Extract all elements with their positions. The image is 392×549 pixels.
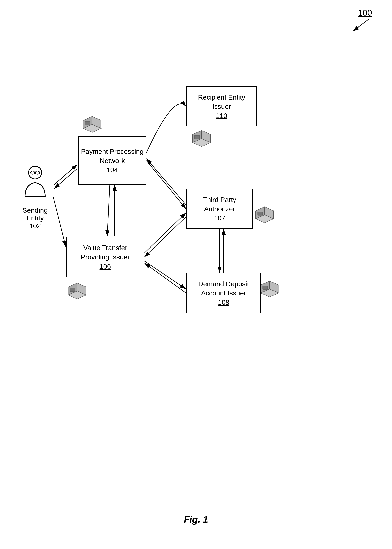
svg-line-9 (146, 159, 186, 205)
tpa-server-icon (252, 203, 278, 228)
svg-line-16 (144, 261, 186, 289)
ppn-label: Payment Processing Network (81, 147, 144, 166)
svg-point-20 (35, 171, 40, 174)
svg-line-13 (144, 217, 186, 257)
tpa-label: Third PartyAuthorizer (203, 195, 236, 214)
svg-rect-38 (258, 212, 263, 215)
svg-rect-30 (70, 288, 75, 292)
svg-point-19 (31, 171, 35, 174)
dd-label: Demand DepositAccount Issuer (198, 279, 249, 298)
rei-server-icon (189, 126, 215, 151)
ppn-ref: 104 (107, 166, 118, 174)
value-transfer-box: Value TransferProviding Issuer 106 (66, 237, 144, 277)
third-party-box: Third PartyAuthorizer 107 (187, 189, 253, 229)
svg-line-8 (146, 161, 186, 209)
diagram-container: 100 (0, 0, 392, 549)
svg-rect-42 (263, 286, 268, 290)
figure-label: Fig. 1 (184, 514, 208, 525)
ref-number-100: 100 (358, 8, 372, 18)
demand-deposit-box: Demand DepositAccount Issuer 108 (187, 273, 261, 313)
vt-server-icon (64, 279, 90, 304)
sending-entity-figure: SendingEntity 102 (19, 165, 51, 230)
ppn-server-icon (79, 112, 105, 137)
svg-rect-34 (195, 136, 200, 139)
sending-entity-label: SendingEntity (19, 206, 51, 222)
recipient-entity-box: Recipient EntityIssuer 110 (187, 86, 257, 126)
payment-processing-network-box: Payment Processing Network 104 (78, 137, 146, 185)
svg-line-12 (144, 213, 186, 253)
svg-line-17 (144, 263, 186, 293)
svg-line-10 (107, 185, 110, 237)
svg-rect-26 (85, 122, 90, 125)
dd-ref: 108 (218, 298, 229, 307)
sending-entity-ref: 102 (19, 222, 51, 230)
svg-line-7 (53, 197, 66, 247)
vt-label: Value TransferProviding Issuer (81, 243, 130, 262)
rei-label: Recipient EntityIssuer (198, 93, 245, 111)
svg-line-4 (353, 19, 369, 31)
tpa-ref: 107 (214, 214, 225, 222)
vt-ref: 106 (100, 262, 111, 271)
svg-line-6 (54, 169, 77, 189)
rei-ref: 110 (216, 111, 227, 120)
svg-line-5 (54, 165, 77, 185)
